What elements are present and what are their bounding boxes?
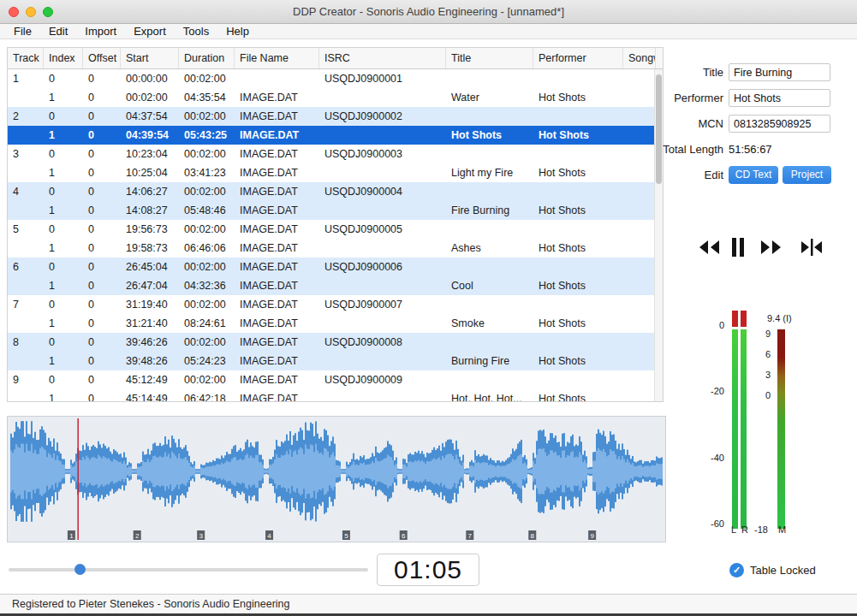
table-cell: 14:06:27 — [121, 182, 179, 201]
table-cell: Burning Fire — [446, 352, 533, 370]
track-marker[interactable]: 2 — [134, 530, 141, 540]
table-cell: Hot Shots — [533, 88, 623, 107]
table-row[interactable]: 70031:19:4000:02:00IMAGE.DATUSQDJ0900007 — [8, 295, 656, 314]
table-cell: USQDJ0900004 — [319, 182, 446, 201]
title-input[interactable] — [729, 63, 830, 81]
table-cell: IMAGE.DAT — [235, 239, 319, 258]
track-marker[interactable]: 8 — [528, 530, 536, 540]
column-header-start[interactable]: Start — [121, 48, 179, 68]
table-row[interactable]: 1010:25:0403:41:23IMAGE.DATLight my Fire… — [8, 163, 656, 182]
column-header-track[interactable]: Track — [8, 48, 44, 68]
table-row[interactable]: 1045:14:4906:42:18IMAGE.DATHot, Hot, Hot… — [8, 389, 656, 402]
table-row[interactable]: 1004:39:5405:43:25IMAGE.DATHot ShotsHot … — [8, 126, 656, 145]
lr-scale-0: 0 — [705, 320, 724, 330]
cd-text-button[interactable]: CD Text — [729, 166, 778, 184]
window-title: DDP Creator - Sonoris Audio Engineering … — [0, 0, 857, 23]
table-cell — [446, 145, 533, 163]
table-cell: Hot Shots — [533, 163, 623, 182]
loudness-value: 9.4 (I) — [767, 313, 803, 323]
column-header-isrc[interactable]: ISRC — [319, 48, 446, 68]
svg-text:6: 6 — [402, 532, 406, 540]
table-cell: 0 — [83, 69, 121, 88]
total-length-value: 51:56:67 — [729, 140, 772, 158]
table-row[interactable]: 60026:45:0400:02:00IMAGE.DATUSQDJ0900006 — [8, 258, 656, 276]
table-cell — [8, 389, 44, 402]
track-marker[interactable]: 3 — [197, 530, 205, 540]
table-row[interactable]: 1039:48:2605:24:23IMAGE.DATBurning FireH… — [8, 352, 656, 370]
table-row[interactable]: 50019:56:7300:02:00IMAGE.DATUSQDJ0900005 — [8, 220, 656, 239]
track-marker[interactable]: 4 — [265, 530, 273, 540]
table-cell: IMAGE.DAT — [235, 295, 319, 314]
rewind-button[interactable] — [698, 236, 722, 258]
table-cell: 19:56:73 — [121, 220, 179, 239]
track-marker[interactable]: 7 — [466, 530, 473, 540]
track-marker[interactable]: 6 — [400, 530, 408, 540]
table-cell: USQDJ0900001 — [319, 69, 446, 88]
performer-input[interactable] — [729, 89, 830, 107]
pause-button[interactable] — [730, 236, 754, 258]
table-cell: 0 — [83, 239, 121, 258]
column-header-offset[interactable]: Offset — [83, 48, 121, 68]
table-cell — [623, 126, 656, 145]
goto-cursor-button[interactable] — [800, 236, 824, 258]
mcn-input[interactable] — [729, 115, 830, 133]
column-header-title[interactable]: Title — [446, 48, 533, 68]
column-header-index[interactable]: Index — [44, 48, 83, 68]
seek-slider[interactable] — [9, 560, 368, 579]
menu-item-help[interactable]: Help — [217, 24, 258, 38]
seek-slider-thumb[interactable] — [74, 564, 86, 575]
waveform-display[interactable]: 123456789 — [7, 416, 666, 542]
table-row[interactable]: 1014:08:2705:48:46IMAGE.DATFire BurningH… — [8, 201, 656, 220]
menu-item-export[interactable]: Export — [125, 24, 175, 38]
table-cell: 05:48:46 — [179, 201, 235, 220]
project-button[interactable]: Project — [783, 166, 831, 184]
track-marker[interactable]: 1 — [68, 530, 75, 540]
table-row[interactable]: 1019:58:7306:46:06IMAGE.DATAshesHot Shot… — [8, 239, 656, 258]
table-cell — [623, 258, 656, 276]
menu-item-file[interactable]: File — [5, 24, 40, 38]
table-cell: 04:37:54 — [121, 107, 179, 126]
table-cell: IMAGE.DAT — [235, 182, 319, 201]
clip-led-left — [732, 311, 738, 327]
time-display: 01:05 — [377, 554, 479, 586]
table-row[interactable]: 10000:00:0000:02:00USQDJ0900001 — [8, 69, 656, 88]
table-header: TrackIndexOffsetStartDurationFile NameIS… — [8, 48, 664, 69]
table-row[interactable]: 40014:06:2700:02:00IMAGE.DATUSQDJ0900004 — [8, 182, 656, 201]
column-header-songw[interactable]: Songw — [623, 48, 656, 68]
column-header-performer[interactable]: Performer — [533, 48, 623, 68]
column-header-duration[interactable]: Duration — [179, 48, 235, 68]
menu-item-tools[interactable]: Tools — [175, 24, 217, 38]
maximize-button[interactable] — [43, 7, 53, 17]
track-marker[interactable]: 5 — [342, 530, 350, 540]
table-row[interactable]: 90045:12:4900:02:00IMAGE.DATUSQDJ0900009 — [8, 370, 656, 389]
table-row[interactable]: 80039:46:2600:02:00IMAGE.DATUSQDJ0900008 — [8, 333, 656, 352]
m-scale-9: 9 — [755, 329, 771, 339]
table-row[interactable]: 30010:23:0400:02:00IMAGE.DATUSQDJ0900003 — [8, 145, 656, 163]
seek-slider-track[interactable] — [9, 568, 368, 572]
table-cell: 10:23:04 — [121, 145, 179, 163]
table-cell: IMAGE.DAT — [235, 88, 319, 107]
minimize-button[interactable] — [26, 7, 36, 17]
table-cell: 06:46:06 — [179, 239, 235, 258]
table-body: 10000:00:0000:02:00USQDJ09000011000:02:0… — [8, 69, 656, 402]
table-cell: IMAGE.DAT — [235, 389, 319, 402]
table-cell: 26:45:04 — [121, 258, 179, 276]
table-row[interactable]: 20004:37:5400:02:00IMAGE.DATUSQDJ0900002 — [8, 107, 656, 126]
table-locked-checkbox[interactable]: ✓ Table Locked — [729, 563, 816, 578]
table-cell — [533, 107, 623, 126]
table-cell: 0 — [44, 370, 83, 389]
menu-item-import[interactable]: Import — [76, 24, 125, 38]
track-table: TrackIndexOffsetStartDurationFile NameIS… — [7, 47, 664, 402]
column-header-file-name[interactable]: File Name — [235, 48, 319, 68]
table-row[interactable]: 1026:47:0404:32:36IMAGE.DATCoolHot Shots — [8, 276, 656, 295]
waveform-svg: 123456789 — [8, 417, 665, 542]
table-cell: 0 — [83, 182, 121, 201]
table-row[interactable]: 1031:21:4008:24:61IMAGE.DATSmokeHot Shot… — [8, 314, 656, 333]
close-button[interactable] — [9, 7, 19, 17]
track-marker[interactable]: 9 — [588, 530, 596, 540]
menu-item-edit[interactable]: Edit — [40, 24, 76, 38]
fast-forward-button[interactable] — [759, 236, 783, 258]
table-cell — [446, 107, 533, 126]
table-cell — [623, 370, 656, 389]
table-row[interactable]: 1000:02:0004:35:54IMAGE.DATWaterHot Shot… — [8, 88, 656, 107]
